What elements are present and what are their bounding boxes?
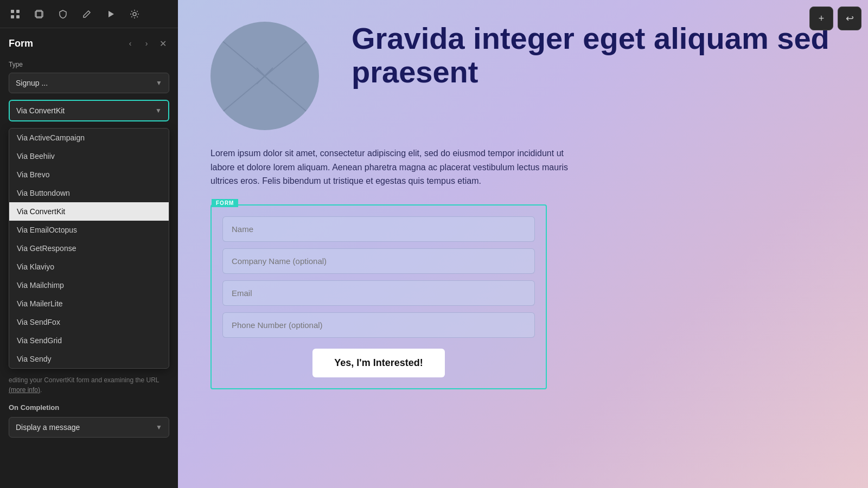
- sidebar-content: Type Signup ... ▼ Via ConvertKit ▼ Via A…: [0, 54, 178, 488]
- hero-section: Gravida integer eget aliquam sed praesen…: [210, 22, 835, 130]
- more-info-link[interactable]: (more info): [9, 386, 40, 394]
- close-button[interactable]: ✕: [156, 37, 169, 50]
- dropdown-item-getresponse[interactable]: Via GetResponse: [9, 239, 169, 258]
- form-field-phone[interactable]: [222, 312, 535, 338]
- provider-chevron-icon: ▼: [155, 107, 162, 114]
- dropdown-item-mailchimp[interactable]: Via Mailchimp: [9, 276, 169, 294]
- provider-select[interactable]: Via ConvertKit ▼: [9, 100, 169, 121]
- svg-rect-3: [16, 15, 20, 18]
- on-completion-value: Display a message: [16, 423, 80, 432]
- type-select[interactable]: Signup ... ▼: [9, 73, 169, 93]
- nav-next-button[interactable]: ›: [140, 37, 153, 50]
- sidebar-nav: ‹ › ✕: [124, 37, 169, 50]
- dropdown-item-sendgrid[interactable]: Via SendGrid: [9, 331, 169, 350]
- grid-icon[interactable]: [9, 8, 22, 21]
- dropdown-item-mailerlite[interactable]: Via MailerLite: [9, 294, 169, 313]
- hero-heading: Gravida integer eget aliquam sed praesen…: [352, 22, 835, 88]
- provider-select-value: Via ConvertKit: [16, 106, 65, 115]
- type-select-value: Signup ...: [16, 79, 48, 87]
- svg-rect-0: [11, 10, 14, 13]
- dropdown-item-beehiiv[interactable]: Via Beehiiv: [9, 147, 169, 165]
- provider-dropdown: Via ActiveCampaign Via Beehiiv Via Brevo…: [9, 128, 169, 369]
- sidebar: Form ‹ › ✕ Type Signup ... ▼ Via Convert…: [0, 0, 178, 488]
- hero-image-placeholder: [210, 22, 319, 130]
- main-content: Gravida integer eget aliquam sed praesen…: [178, 0, 868, 488]
- play-icon[interactable]: [104, 8, 117, 21]
- on-completion-group: On Completion Display a message ▼: [9, 403, 169, 438]
- add-button[interactable]: +: [809, 7, 833, 30]
- dropdown-item-emailoctopus[interactable]: Via EmailOctopus: [9, 221, 169, 239]
- dropdown-item-brevo[interactable]: Via Brevo: [9, 165, 169, 184]
- dropdown-item-sendfox[interactable]: Via SendFox: [9, 313, 169, 331]
- hero-text-block: Gravida integer eget aliquam sed praesen…: [352, 22, 835, 101]
- type-label: Type: [9, 61, 169, 68]
- svg-point-7: [133, 12, 136, 16]
- dropdown-item-buttondown[interactable]: Via Buttondown: [9, 184, 169, 202]
- top-right-controls: + ↩: [809, 7, 861, 30]
- nav-prev-button[interactable]: ‹: [124, 37, 137, 50]
- pen-icon[interactable]: [80, 8, 93, 21]
- settings-icon[interactable]: [128, 8, 141, 21]
- form-submit-button[interactable]: Yes, I'm Interested!: [312, 349, 444, 377]
- hero-body-text: Lorem ipsum dolor sit amet, consectetur …: [210, 146, 579, 188]
- svg-rect-1: [16, 10, 20, 13]
- type-chevron-icon: ▼: [156, 79, 162, 87]
- sidebar-title: Form: [9, 38, 33, 49]
- dropdown-item-convertkit[interactable]: Via ConvertKit: [9, 202, 169, 221]
- dropdown-item-klaviyo[interactable]: Via Klaviyo: [9, 258, 169, 276]
- type-field-group: Type Signup ... ▼: [9, 61, 169, 93]
- dropdown-item-activecampaign[interactable]: Via ActiveCampaign: [9, 129, 169, 147]
- on-completion-label: On Completion: [9, 403, 169, 412]
- sidebar-header: Form ‹ › ✕: [0, 28, 178, 54]
- svg-rect-2: [11, 15, 14, 18]
- help-text: editing your ConvertKit form and examini…: [9, 375, 169, 395]
- form-field-company[interactable]: [222, 248, 535, 274]
- undo-button[interactable]: ↩: [838, 7, 861, 30]
- on-completion-select[interactable]: Display a message ▼: [9, 417, 169, 438]
- layers-icon[interactable]: [33, 8, 46, 21]
- shield-icon[interactable]: [56, 8, 69, 21]
- form-tag-label: FORM: [212, 199, 238, 207]
- form-wrapper: FORM Yes, I'm Interested!: [210, 204, 547, 389]
- toolbar: [0, 0, 178, 28]
- provider-field-group: Via ConvertKit ▼ Via ActiveCampaign Via …: [9, 100, 169, 395]
- dropdown-item-sendy[interactable]: Via Sendy: [9, 350, 169, 368]
- svg-marker-6: [108, 11, 114, 17]
- form-field-email[interactable]: [222, 280, 535, 306]
- on-completion-chevron-icon: ▼: [156, 423, 162, 431]
- form-field-name[interactable]: [222, 216, 535, 242]
